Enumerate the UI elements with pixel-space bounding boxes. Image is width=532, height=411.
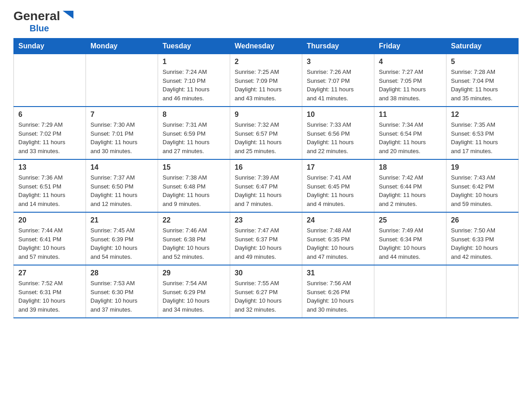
day-number: 30 xyxy=(235,269,297,277)
calendar-cell xyxy=(446,265,519,318)
day-number: 28 xyxy=(90,269,153,277)
day-number: 11 xyxy=(379,111,442,119)
day-info: Sunrise: 7:44 AM Sunset: 6:41 PM Dayligh… xyxy=(18,226,81,261)
day-info: Sunrise: 7:31 AM Sunset: 6:59 PM Dayligh… xyxy=(163,120,225,155)
day-info: Sunrise: 7:46 AM Sunset: 6:38 PM Dayligh… xyxy=(163,226,225,261)
calendar-cell: 20Sunrise: 7:44 AM Sunset: 6:41 PM Dayli… xyxy=(14,212,86,265)
day-number: 5 xyxy=(451,58,514,66)
day-number: 1 xyxy=(163,58,225,66)
day-info: Sunrise: 7:47 AM Sunset: 6:37 PM Dayligh… xyxy=(235,226,297,261)
day-number: 13 xyxy=(18,163,81,171)
day-info: Sunrise: 7:24 AM Sunset: 7:10 PM Dayligh… xyxy=(163,68,225,103)
calendar-cell: 31Sunrise: 7:56 AM Sunset: 6:26 PM Dayli… xyxy=(302,265,374,318)
header-thursday: Thursday xyxy=(302,39,374,54)
day-number: 27 xyxy=(18,269,81,277)
day-info: Sunrise: 7:25 AM Sunset: 7:09 PM Dayligh… xyxy=(235,68,297,103)
calendar-cell: 28Sunrise: 7:53 AM Sunset: 6:30 PM Dayli… xyxy=(86,265,158,318)
day-number: 9 xyxy=(235,111,297,119)
calendar-cell: 16Sunrise: 7:39 AM Sunset: 6:47 PM Dayli… xyxy=(230,159,302,212)
calendar-cell: 15Sunrise: 7:38 AM Sunset: 6:48 PM Dayli… xyxy=(158,159,230,212)
logo: General Blue xyxy=(13,9,74,34)
calendar-cell: 26Sunrise: 7:50 AM Sunset: 6:33 PM Dayli… xyxy=(446,212,519,265)
calendar-table: SundayMondayTuesdayWednesdayThursdayFrid… xyxy=(13,38,519,318)
day-info: Sunrise: 7:42 AM Sunset: 6:44 PM Dayligh… xyxy=(379,173,442,208)
day-number: 18 xyxy=(379,163,442,171)
calendar-cell: 12Sunrise: 7:35 AM Sunset: 6:53 PM Dayli… xyxy=(446,107,519,159)
day-number: 7 xyxy=(90,111,153,119)
day-number: 10 xyxy=(307,111,369,119)
day-number: 25 xyxy=(379,216,442,224)
header-monday: Monday xyxy=(86,39,158,54)
calendar-cell: 6Sunrise: 7:29 AM Sunset: 7:02 PM Daylig… xyxy=(14,107,86,159)
logo-blue: Blue xyxy=(30,23,49,34)
day-number: 3 xyxy=(307,58,369,66)
day-info: Sunrise: 7:52 AM Sunset: 6:31 PM Dayligh… xyxy=(18,279,81,314)
day-info: Sunrise: 7:38 AM Sunset: 6:48 PM Dayligh… xyxy=(163,173,225,208)
day-number: 24 xyxy=(307,216,369,224)
day-number: 15 xyxy=(163,163,225,171)
week-row-2: 6Sunrise: 7:29 AM Sunset: 7:02 PM Daylig… xyxy=(14,107,519,159)
calendar-cell: 9Sunrise: 7:32 AM Sunset: 6:57 PM Daylig… xyxy=(230,107,302,159)
calendar-cell: 13Sunrise: 7:36 AM Sunset: 6:51 PM Dayli… xyxy=(14,159,86,212)
calendar-cell: 2Sunrise: 7:25 AM Sunset: 7:09 PM Daylig… xyxy=(230,54,302,107)
svg-marker-0 xyxy=(63,11,73,19)
day-number: 19 xyxy=(451,163,514,171)
calendar-cell: 22Sunrise: 7:46 AM Sunset: 6:38 PM Dayli… xyxy=(158,212,230,265)
day-info: Sunrise: 7:55 AM Sunset: 6:27 PM Dayligh… xyxy=(235,279,297,314)
header-tuesday: Tuesday xyxy=(158,39,230,54)
header-row: SundayMondayTuesdayWednesdayThursdayFrid… xyxy=(14,39,519,54)
day-number: 21 xyxy=(90,216,153,224)
day-info: Sunrise: 7:30 AM Sunset: 7:01 PM Dayligh… xyxy=(90,120,153,155)
day-number: 20 xyxy=(18,216,81,224)
day-info: Sunrise: 7:43 AM Sunset: 6:42 PM Dayligh… xyxy=(451,173,514,208)
day-info: Sunrise: 7:54 AM Sunset: 6:29 PM Dayligh… xyxy=(163,279,225,314)
day-number: 2 xyxy=(235,58,297,66)
day-number: 22 xyxy=(163,216,225,224)
day-info: Sunrise: 7:36 AM Sunset: 6:51 PM Dayligh… xyxy=(18,173,81,208)
day-info: Sunrise: 7:34 AM Sunset: 6:54 PM Dayligh… xyxy=(379,120,442,155)
calendar-cell: 21Sunrise: 7:45 AM Sunset: 6:39 PM Dayli… xyxy=(86,212,158,265)
day-info: Sunrise: 7:29 AM Sunset: 7:02 PM Dayligh… xyxy=(18,120,81,155)
header-sunday: Sunday xyxy=(14,39,86,54)
calendar-cell: 27Sunrise: 7:52 AM Sunset: 6:31 PM Dayli… xyxy=(14,265,86,318)
calendar-cell: 30Sunrise: 7:55 AM Sunset: 6:27 PM Dayli… xyxy=(230,265,302,318)
calendar-cell xyxy=(86,54,158,107)
calendar-body: 1Sunrise: 7:24 AM Sunset: 7:10 PM Daylig… xyxy=(14,54,519,318)
day-info: Sunrise: 7:27 AM Sunset: 7:05 PM Dayligh… xyxy=(379,68,442,103)
day-info: Sunrise: 7:26 AM Sunset: 7:07 PM Dayligh… xyxy=(307,68,369,103)
day-number: 14 xyxy=(90,163,153,171)
calendar-cell: 24Sunrise: 7:48 AM Sunset: 6:35 PM Dayli… xyxy=(302,212,374,265)
day-number: 26 xyxy=(451,216,514,224)
calendar-cell: 23Sunrise: 7:47 AM Sunset: 6:37 PM Dayli… xyxy=(230,212,302,265)
calendar-cell: 7Sunrise: 7:30 AM Sunset: 7:01 PM Daylig… xyxy=(86,107,158,159)
day-number: 12 xyxy=(451,111,514,119)
day-info: Sunrise: 7:48 AM Sunset: 6:35 PM Dayligh… xyxy=(307,226,369,261)
week-row-3: 13Sunrise: 7:36 AM Sunset: 6:51 PM Dayli… xyxy=(14,159,519,212)
header-friday: Friday xyxy=(374,39,446,54)
calendar-cell: 11Sunrise: 7:34 AM Sunset: 6:54 PM Dayli… xyxy=(374,107,446,159)
calendar-cell: 14Sunrise: 7:37 AM Sunset: 6:50 PM Dayli… xyxy=(86,159,158,212)
week-row-4: 20Sunrise: 7:44 AM Sunset: 6:41 PM Dayli… xyxy=(14,212,519,265)
header-saturday: Saturday xyxy=(446,39,519,54)
calendar-cell: 10Sunrise: 7:33 AM Sunset: 6:56 PM Dayli… xyxy=(302,107,374,159)
day-info: Sunrise: 7:39 AM Sunset: 6:47 PM Dayligh… xyxy=(235,173,297,208)
day-info: Sunrise: 7:41 AM Sunset: 6:45 PM Dayligh… xyxy=(307,173,369,208)
calendar-cell: 17Sunrise: 7:41 AM Sunset: 6:45 PM Dayli… xyxy=(302,159,374,212)
day-info: Sunrise: 7:45 AM Sunset: 6:39 PM Dayligh… xyxy=(90,226,153,261)
day-number: 31 xyxy=(307,269,369,277)
calendar-cell: 25Sunrise: 7:49 AM Sunset: 6:34 PM Dayli… xyxy=(374,212,446,265)
day-info: Sunrise: 7:37 AM Sunset: 6:50 PM Dayligh… xyxy=(90,173,153,208)
calendar-cell: 8Sunrise: 7:31 AM Sunset: 6:59 PM Daylig… xyxy=(158,107,230,159)
header-wednesday: Wednesday xyxy=(230,39,302,54)
calendar-cell: 3Sunrise: 7:26 AM Sunset: 7:07 PM Daylig… xyxy=(302,54,374,107)
calendar-cell xyxy=(374,265,446,318)
logo-triangle-icon xyxy=(62,9,74,21)
calendar-cell: 19Sunrise: 7:43 AM Sunset: 6:42 PM Dayli… xyxy=(446,159,519,212)
calendar-cell: 4Sunrise: 7:27 AM Sunset: 7:05 PM Daylig… xyxy=(374,54,446,107)
day-number: 17 xyxy=(307,163,369,171)
day-number: 6 xyxy=(18,111,81,119)
day-info: Sunrise: 7:33 AM Sunset: 6:56 PM Dayligh… xyxy=(307,120,369,155)
day-number: 8 xyxy=(163,111,225,119)
day-number: 16 xyxy=(235,163,297,171)
day-info: Sunrise: 7:50 AM Sunset: 6:33 PM Dayligh… xyxy=(451,226,514,261)
